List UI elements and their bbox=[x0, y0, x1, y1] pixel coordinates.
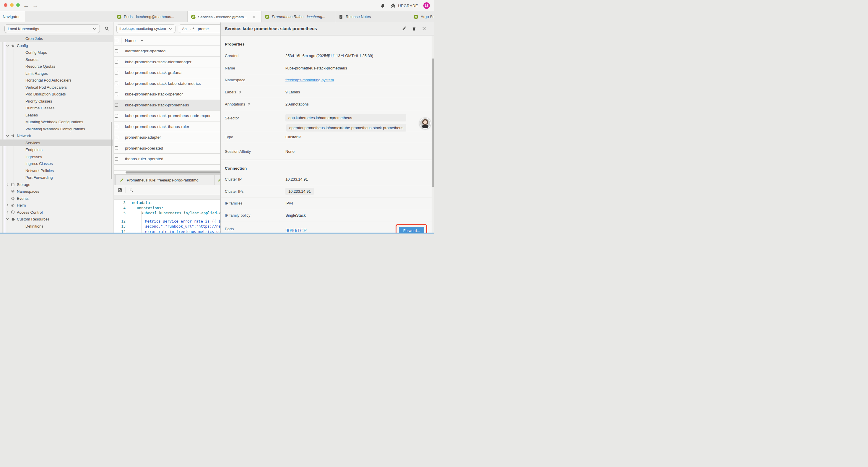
table-row[interactable]: kube-prometheus-stack-alertmanager bbox=[114, 57, 220, 68]
user-avatar[interactable] bbox=[420, 118, 431, 129]
match-case-icon[interactable]: Aa bbox=[182, 27, 187, 31]
table-row[interactable]: kube-prometheus-stack-grafana bbox=[114, 67, 220, 78]
namespace-select[interactable]: freeleaps-monitoring-system bbox=[116, 24, 176, 33]
tab-pods[interactable]: Pods - icecheng@mathmas... bbox=[114, 11, 188, 22]
row-checkbox[interactable] bbox=[115, 136, 118, 139]
back-icon[interactable]: ← bbox=[22, 1, 30, 9]
select-all-checkbox[interactable] bbox=[115, 39, 118, 42]
navigator-panel-title: Navigator bbox=[0, 11, 25, 22]
tree-chevron-icon[interactable] bbox=[5, 43, 10, 48]
sidebar-item[interactable]: Namespaces bbox=[0, 188, 114, 195]
tree-chevron-icon[interactable] bbox=[5, 134, 10, 138]
sidebar-search-icon[interactable] bbox=[104, 26, 109, 31]
tree-chevron-icon[interactable] bbox=[5, 203, 10, 207]
row-checkbox[interactable] bbox=[115, 60, 118, 63]
sidebar-item[interactable]: Leases bbox=[0, 112, 114, 119]
list-search-input[interactable]: Aa .* prome bbox=[179, 24, 220, 33]
sort-ascending-icon[interactable] bbox=[140, 38, 144, 42]
tree-chevron-icon[interactable] bbox=[5, 210, 10, 214]
close-window-button[interactable] bbox=[4, 3, 7, 7]
runbook-url-link[interactable]: https://net bbox=[198, 224, 220, 229]
sidebar-item[interactable]: Custom Resources bbox=[0, 216, 114, 223]
panel-divider[interactable] bbox=[113, 22, 114, 233]
sidebar-item[interactable]: Config Maps bbox=[0, 49, 114, 56]
minimize-window-button[interactable] bbox=[10, 3, 13, 7]
table-row[interactable]: alertmanager-operated bbox=[114, 46, 220, 57]
sidebar-item[interactable]: Priority Classes bbox=[0, 98, 114, 105]
sidebar-item[interactable]: Validating Webhook Configurations bbox=[0, 126, 114, 133]
delete-trash-icon[interactable] bbox=[411, 26, 416, 31]
kubeconfig-select[interactable]: Local Kubeconfigs bbox=[4, 24, 100, 33]
table-row[interactable]: thanos-ruler-operated bbox=[114, 154, 220, 165]
table-row[interactable]: kube-prometheus-stack-prometheus bbox=[114, 100, 220, 111]
sidebar-item[interactable]: Endpoints bbox=[0, 146, 114, 153]
sidebar-item[interactable]: Config bbox=[0, 42, 114, 49]
forward-icon[interactable]: → bbox=[31, 1, 39, 9]
sidebar-item[interactable]: Mutating Webhook Configurations bbox=[0, 119, 114, 126]
save-icon[interactable] bbox=[118, 188, 122, 193]
table-row[interactable]: kube-prometheus-stack-kube-state-metrics bbox=[114, 78, 220, 89]
tree-chevron-icon[interactable] bbox=[5, 217, 10, 222]
tab-services[interactable]: Services - icecheng@math... bbox=[188, 11, 261, 23]
editor-search-icon[interactable] bbox=[129, 188, 133, 193]
expand-annotations-icon[interactable] bbox=[247, 102, 251, 106]
sidebar-item[interactable]: Ingress Classes bbox=[0, 160, 114, 167]
sidebar-item[interactable]: Secrets bbox=[0, 56, 114, 63]
drawer-scrollbar-track[interactable] bbox=[432, 36, 434, 233]
regex-icon[interactable]: .* bbox=[190, 27, 195, 31]
sidebar-item[interactable]: Network Policies bbox=[0, 167, 114, 174]
yaml-editor[interactable]: 3 metadata: 4 annotations: 5 kubectl.kub… bbox=[114, 200, 220, 233]
namespace-link[interactable]: freeleaps-monitoring-system bbox=[285, 78, 334, 82]
sidebar-item[interactable]: Resource Quotas bbox=[0, 63, 114, 70]
editor-tab-partial[interactable] bbox=[215, 175, 220, 185]
row-checkbox[interactable] bbox=[115, 114, 118, 118]
notifications-bell-icon[interactable] bbox=[380, 3, 385, 8]
row-checkbox[interactable] bbox=[115, 157, 118, 161]
sidebar-item[interactable]: Cron Jobs bbox=[0, 35, 114, 42]
row-checkbox[interactable] bbox=[115, 146, 118, 150]
sidebar-item[interactable]: Network bbox=[0, 133, 114, 140]
kubernetes-cluster-icon bbox=[191, 14, 195, 19]
sidebar-item[interactable]: Storage bbox=[0, 181, 114, 188]
tab-argo[interactable]: Argo Se bbox=[411, 11, 434, 22]
sidebar-item[interactable]: Services bbox=[0, 140, 114, 147]
horizontal-scrollbar[interactable] bbox=[126, 171, 220, 174]
tab-prometheus-rules[interactable]: Prometheus Rules - icecheng... bbox=[262, 11, 335, 22]
sidebar-item[interactable]: Horizontal Pod Autoscalers bbox=[0, 77, 114, 84]
code-line-clipped: 11 0","for":"1m","labels":{"service":" bbox=[114, 214, 220, 218]
table-row[interactable]: kube-prometheus-stack-thanos-ruler bbox=[114, 121, 220, 133]
maximize-window-button[interactable] bbox=[16, 3, 20, 7]
tab-release-notes[interactable]: Release Notes bbox=[336, 11, 410, 22]
sidebar-item[interactable]: Events bbox=[0, 195, 114, 202]
sidebar-item[interactable]: Pod Disruption Budgets bbox=[0, 91, 114, 98]
table-row[interactable]: prometheus-operated bbox=[114, 143, 220, 154]
table-row[interactable]: prometheus-adapter bbox=[114, 132, 220, 143]
row-checkbox[interactable] bbox=[115, 71, 118, 75]
table-row[interactable]: kube-prometheus-stack-prometheus-node-ex… bbox=[114, 111, 220, 121]
sidebar-item[interactable]: Vertical Pod Autoscalers bbox=[0, 84, 114, 91]
upgrade-button[interactable]: UPGRADE bbox=[391, 3, 418, 8]
sidebar-scrollbar[interactable] bbox=[111, 122, 112, 179]
row-checkbox[interactable] bbox=[115, 103, 118, 107]
sidebar-item[interactable]: Limit Ranges bbox=[0, 70, 114, 77]
name-column-header[interactable]: Name bbox=[125, 38, 135, 43]
edit-pencil-icon[interactable] bbox=[402, 26, 406, 31]
expand-labels-icon[interactable] bbox=[238, 90, 242, 94]
sidebar-item[interactable]: Runtime Classes bbox=[0, 105, 114, 112]
sidebar-item[interactable]: Ingresses bbox=[0, 153, 114, 160]
tree-chevron-icon[interactable] bbox=[5, 182, 10, 187]
row-checkbox[interactable] bbox=[115, 125, 118, 128]
editor-tab-prometheusrule[interactable]: PrometheusRule: freeleaps-prod-rabbitmq bbox=[116, 175, 215, 185]
row-checkbox[interactable] bbox=[115, 92, 118, 96]
close-drawer-icon[interactable] bbox=[422, 26, 427, 31]
notification-count-badge[interactable]: 15 bbox=[423, 2, 430, 9]
drawer-scrollbar-thumb[interactable] bbox=[432, 59, 434, 187]
row-checkbox[interactable] bbox=[115, 82, 118, 85]
sidebar-item[interactable]: Port Forwarding bbox=[0, 174, 114, 181]
row-checkbox[interactable] bbox=[115, 49, 118, 53]
sidebar-item[interactable]: Definitions bbox=[0, 223, 114, 230]
sidebar-item[interactable]: Access Control bbox=[0, 209, 114, 216]
sidebar-item[interactable]: Helm bbox=[0, 202, 114, 209]
close-tab-icon[interactable] bbox=[252, 15, 255, 19]
table-row[interactable]: kube-prometheus-stack-operator bbox=[114, 89, 220, 100]
